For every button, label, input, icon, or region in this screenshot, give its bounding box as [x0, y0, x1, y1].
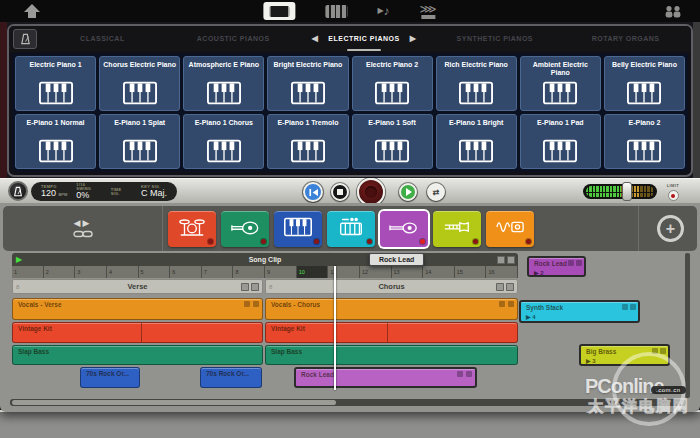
playhead[interactable]: [334, 266, 336, 390]
ruler-cell[interactable]: 13: [392, 266, 424, 278]
instrument-browser: CLASSICALACOUSTIC PIANOS◀ELECTRIC PIANOS…: [0, 22, 700, 178]
preset-tile[interactable]: E-Piano 1 Splat: [99, 114, 180, 169]
song-clip-close-icon[interactable]: [507, 256, 515, 264]
clip-70s-rock-organ-2[interactable]: 70s Rock Or...: [200, 367, 262, 388]
tab-synthetic-pianos[interactable]: SYNTHETIC PIANOS: [429, 26, 560, 52]
metronome-icon[interactable]: [13, 29, 37, 49]
section-close-icon[interactable]: [506, 283, 514, 291]
preset-tile[interactable]: Rich Electric Piano: [436, 56, 517, 111]
clip-vocals-verse[interactable]: Vocals - Verse: [12, 298, 263, 320]
section-verse[interactable]: 8 Verse: [12, 279, 263, 294]
home-icon[interactable]: [24, 4, 40, 18]
channel-nav-button[interactable]: ◀▶: [3, 206, 163, 251]
horizontal-scrollbar[interactable]: [10, 399, 686, 406]
electric-guitar-icon: [389, 216, 419, 242]
section-option-icon[interactable]: [241, 283, 249, 291]
preset-label: E-Piano 1 Splat: [114, 119, 165, 136]
ruler-cell[interactable]: 12: [360, 266, 392, 278]
ruler-cell[interactable]: 14: [423, 266, 455, 278]
tab-electric-pianos[interactable]: ◀ELECTRIC PIANOS▶: [299, 26, 430, 52]
preset-tile[interactable]: E-Piano 1 Pad: [520, 114, 601, 169]
play-button[interactable]: [399, 183, 417, 201]
metronome-button[interactable]: [8, 181, 28, 201]
side-clip-synth-stack[interactable]: Synth Stack ▶ 4: [519, 300, 640, 323]
track-button-trumpet[interactable]: [433, 211, 481, 247]
preset-tile[interactable]: Atmospheric E Piano: [183, 56, 264, 111]
song-clip-option-icon[interactable]: [497, 256, 505, 264]
preset-tile[interactable]: E-Piano 1 Normal: [15, 114, 96, 169]
tab-classical[interactable]: CLASSICAL: [37, 26, 168, 52]
preset-tile[interactable]: E-Piano 2: [604, 114, 685, 169]
tempo-group[interactable]: TEMPO 120 BPM: [41, 185, 67, 198]
scrollbar-thumb[interactable]: [12, 400, 336, 405]
ruler-cell[interactable]: 8: [233, 266, 265, 278]
ruler-cell[interactable]: 16: [486, 266, 518, 278]
side-clip-rock-lead[interactable]: Rock Lead ▶ 2: [527, 256, 586, 277]
instrument-browser-icon[interactable]: [263, 2, 295, 20]
skip-to-start-button[interactable]: [303, 182, 323, 202]
prev-category-icon[interactable]: ◀: [312, 34, 319, 43]
clip-rock-lead[interactable]: Rock Lead: [294, 367, 477, 388]
clip-vocals-chorus[interactable]: Vocals - Chorus: [265, 298, 518, 320]
clip-70s-rock-organ-1[interactable]: 70s Rock Or...: [80, 367, 140, 388]
track-button-piano-keys[interactable]: [274, 211, 322, 247]
preset-tile[interactable]: E-Piano 1 Tremolo: [267, 114, 348, 169]
keysig-group[interactable]: KEY SIG. C Maj.: [141, 185, 167, 198]
stop-button[interactable]: [331, 183, 349, 201]
record-button[interactable]: [357, 178, 385, 206]
next-category-icon[interactable]: ▶: [410, 34, 417, 43]
song-note-icon[interactable]: ▶♪: [377, 0, 389, 22]
add-track-button[interactable]: +: [657, 215, 684, 242]
track-button-audio-record[interactable]: [486, 211, 534, 247]
preset-tile[interactable]: Chorus Electric Piano: [99, 56, 180, 111]
preset-tile[interactable]: E-Piano 1 Soft: [352, 114, 433, 169]
preset-tile[interactable]: Belly Electric Piano: [604, 56, 685, 111]
ruler-cell[interactable]: 3: [75, 266, 107, 278]
clip-slap-bass-2[interactable]: Slap Bass: [265, 345, 518, 365]
ruler-cell[interactable]: 6: [170, 266, 202, 278]
ruler-cell[interactable]: 4: [107, 266, 139, 278]
preset-label: Belly Electric Piano: [612, 61, 677, 78]
loop-button[interactable]: ⇄: [427, 183, 445, 201]
song-clip-header[interactable]: ▶ Song Clip: [12, 253, 518, 266]
tab-rotary-organs[interactable]: ROTARY ORGANS: [560, 26, 691, 52]
ruler-cell[interactable]: 9: [265, 266, 297, 278]
preset-tile[interactable]: Electric Piano 2: [352, 56, 433, 111]
timesig-group[interactable]: TIME SIG.: [111, 188, 132, 196]
clip-vintage-kit-2[interactable]: Vintage Kit: [265, 322, 518, 343]
side-clip-big-brass[interactable]: Big Brass ▶ 3: [579, 344, 670, 366]
preset-tile[interactable]: Electric Piano 1: [15, 56, 96, 111]
volume-slider-knob[interactable]: [622, 182, 632, 201]
section-close-icon[interactable]: [251, 283, 259, 291]
keyboard-icon[interactable]: [325, 5, 347, 18]
clip-vintage-kit-1[interactable]: Vintage Kit: [12, 322, 263, 343]
ruler-cell[interactable]: 2: [44, 266, 76, 278]
clip-slap-bass-1[interactable]: Slap Bass: [12, 345, 263, 365]
preset-tile[interactable]: Bright Electric Piano: [267, 56, 348, 111]
ruler-cell[interactable]: 10: [297, 266, 329, 278]
vertical-scrollbar[interactable]: [685, 253, 690, 398]
preset-tile[interactable]: Ambient Electric Piano: [520, 56, 601, 111]
ruler-cell[interactable]: 1: [12, 266, 44, 278]
ruler-cell[interactable]: 5: [139, 266, 171, 278]
track-button-drums[interactable]: [168, 211, 216, 247]
track-button-electric-guitar[interactable]: [380, 211, 428, 247]
piano-keys-icon: [627, 81, 661, 105]
arrangement-icon[interactable]: ⋙: [420, 4, 437, 19]
ruler-cell[interactable]: 11: [328, 266, 360, 278]
piano-keys-icon: [207, 139, 241, 163]
swing-group[interactable]: 1/16 SWING 0%: [76, 183, 101, 200]
limit-button[interactable]: [668, 190, 679, 201]
track-button-synth[interactable]: [327, 211, 375, 247]
track-button-bass-guitar[interactable]: [221, 211, 269, 247]
preset-tile[interactable]: E-Piano 1 Chorus: [183, 114, 264, 169]
song-settings-pill[interactable]: TEMPO 120 BPM 1/16 SWING 0% TIME SIG. KE…: [31, 182, 177, 201]
ruler-cell[interactable]: 7: [202, 266, 234, 278]
section-chorus[interactable]: 8 Chorus: [265, 279, 518, 294]
preset-label: E-Piano 1 Soft: [368, 119, 415, 136]
ruler-cell[interactable]: 15: [455, 266, 487, 278]
tab-acoustic-pianos[interactable]: ACOUSTIC PIANOS: [168, 26, 299, 52]
section-option-icon[interactable]: [496, 283, 504, 291]
preset-tile[interactable]: E-Piano 1 Bright: [436, 114, 517, 169]
community-icon[interactable]: [664, 4, 682, 22]
